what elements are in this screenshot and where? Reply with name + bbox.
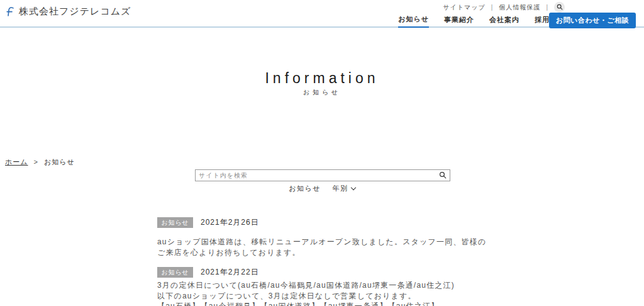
utility-link-privacy[interactable]: 個人情報保護 [499, 3, 540, 12]
breadcrumb: ホーム > お知らせ [5, 157, 75, 167]
contact-button[interactable]: お問い合わせ・ご相談 [549, 13, 636, 28]
news-filter: お知らせ 年別 [0, 184, 644, 193]
utility-link-sitemap[interactable]: サイトマップ [443, 3, 485, 12]
nav-item-business[interactable]: 事業紹介 [444, 15, 474, 27]
utility-nav: サイトマップ | 個人情報保護 | [443, 2, 565, 13]
breadcrumb-home-link[interactable]: ホーム [5, 158, 28, 166]
news-item-body: 3月の定休日について(au石橋/au今福鶴見/au国体道路/au堺東一条通/au… [157, 280, 491, 306]
news-item: お知らせ 2021年2月26日 auショップ国体道路は、移転リニューアルオープン… [157, 217, 491, 258]
filter-category[interactable]: お知らせ [289, 184, 321, 192]
news-date: 2021年2月22日 [201, 267, 259, 278]
breadcrumb-separator: > [34, 158, 38, 166]
header: 株式会社フジテレコムズ サイトマップ | 個人情報保護 | お知らせ 事業紹介 … [0, 0, 644, 28]
logo-flag-icon [5, 6, 16, 18]
news-text-line[interactable]: 【au石橋】【au今福鶴見】【au国体道路】【au堺東一条通】【au住之江】 [157, 301, 491, 306]
page-subtitle: お知らせ [0, 88, 644, 97]
logo-text: 株式会社フジテレコムズ [19, 6, 131, 18]
company-logo[interactable]: 株式会社フジテレコムズ [5, 6, 131, 18]
news-category-badge: お知らせ [157, 267, 193, 278]
header-search-button[interactable] [554, 2, 565, 13]
page: 株式会社フジテレコムズ サイトマップ | 個人情報保護 | お知らせ 事業紹介 … [0, 0, 644, 306]
chevron-down-icon [350, 185, 355, 190]
news-text-line[interactable]: 3月の定休日について(au石橋/au今福鶴見/au国体道路/au堺東一条通/au… [157, 280, 491, 291]
search-icon [557, 4, 563, 11]
utility-divider: | [546, 4, 548, 11]
news-item-head: お知らせ 2021年2月22日 [157, 267, 491, 278]
news-list: お知らせ 2021年2月26日 auショップ国体道路は、移転リニューアルオープン… [157, 217, 491, 306]
filter-year-dropdown[interactable]: 年別 [333, 184, 355, 192]
site-search-bar [195, 169, 450, 181]
nav-item-news[interactable]: お知らせ [398, 14, 429, 28]
search-icon [439, 170, 447, 181]
main-nav: お知らせ 事業紹介 会社案内 採用情報 [398, 14, 565, 28]
utility-divider: | [491, 4, 494, 11]
news-item: お知らせ 2021年2月22日 3月の定休日について(au石橋/au今福鶴見/a… [157, 267, 491, 306]
page-title: Information [0, 70, 644, 87]
news-date: 2021年2月26日 [201, 217, 259, 228]
breadcrumb-current: お知らせ [44, 158, 75, 166]
nav-item-company[interactable]: 会社案内 [489, 15, 519, 27]
news-text-line[interactable]: 以下のauショップについて、3月は定休日なしで営業しております。 [157, 291, 491, 302]
news-item-head: お知らせ 2021年2月26日 [157, 217, 491, 228]
site-search-submit[interactable] [439, 170, 447, 181]
news-item-body: auショップ国体道路は、移転リニューアルオープン致しました。スタッフ一同、皆様の… [157, 237, 491, 258]
news-category-badge: お知らせ [157, 217, 193, 228]
news-text-line[interactable]: auショップ国体道路は、移転リニューアルオープン致しました。スタッフ一同、皆様の… [157, 237, 491, 258]
site-search-input[interactable] [199, 172, 439, 179]
